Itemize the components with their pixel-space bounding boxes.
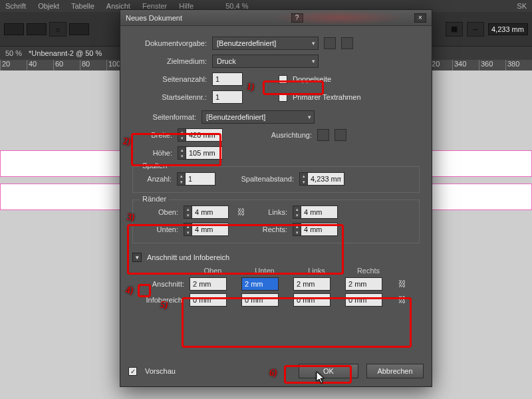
portrait-icon[interactable] xyxy=(317,129,329,141)
margin-bottom-input[interactable] xyxy=(192,223,229,236)
margin-right-spinner[interactable]: ▴▾ xyxy=(293,223,301,236)
gutter-spinner[interactable]: ▴▾ xyxy=(299,172,307,186)
margins-legend: Ränder xyxy=(140,195,169,203)
margin-right-label: Rechts: xyxy=(254,225,287,233)
cancel-button[interactable]: Abbrechen xyxy=(366,364,424,378)
new-document-dialog: Neues Dokument ? × Dokumentvorgabe: [Ben… xyxy=(120,9,432,387)
link-slug-icon[interactable]: ⛓ xyxy=(397,294,408,306)
startpage-input[interactable] xyxy=(212,90,243,104)
preview-label: Vorschau xyxy=(145,367,176,375)
column-count-label: Anzahl: xyxy=(141,175,172,183)
primary-textframe-label: Primärer Textrahmen xyxy=(293,93,361,101)
margin-bottom-label: Unten: xyxy=(141,225,178,233)
swatch[interactable] xyxy=(69,23,89,35)
margin-right-input[interactable] xyxy=(301,223,338,236)
bleed-right-input[interactable] xyxy=(345,277,382,291)
menu-item[interactable]: Tabelle xyxy=(71,2,94,10)
primary-textframe-checkbox[interactable] xyxy=(279,93,287,102)
menu-item[interactable]: Objekt xyxy=(38,2,59,10)
stroke-style-swatch[interactable] xyxy=(27,23,47,35)
link-bleed-icon[interactable]: ⛓ xyxy=(397,278,408,290)
pagesize-select[interactable]: [Benutzerdefiniert] xyxy=(201,110,315,124)
pagesize-label: Seitenformat: xyxy=(132,113,196,121)
bleed-header: Oben xyxy=(190,267,236,275)
intent-select[interactable]: Druck xyxy=(212,55,319,68)
landscape-icon[interactable] xyxy=(334,129,346,141)
link-margins-icon[interactable]: ⛓ xyxy=(234,206,249,218)
menu-item[interactable]: Schrift xyxy=(5,2,26,10)
bleed-header: Rechts xyxy=(345,267,392,275)
bleed-disclosure-icon[interactable]: ▾ xyxy=(132,253,142,262)
height-spinner[interactable]: ▴▾ xyxy=(178,146,186,160)
dialog-title: Neues Dokument xyxy=(126,14,182,22)
bleed-header: Links xyxy=(293,267,340,275)
pages-label: Seitenanzahl: xyxy=(132,75,207,83)
slug-top-input[interactable] xyxy=(190,293,227,307)
margin-left-spinner[interactable]: ▴▾ xyxy=(293,205,301,219)
margin-bottom-spinner[interactable]: ▴▾ xyxy=(184,223,192,236)
preset-select[interactable]: [Benutzerdefiniert] xyxy=(212,37,319,50)
help-icon[interactable]: ? xyxy=(291,13,303,23)
zoom-label: 50 % xyxy=(5,49,22,57)
gutter-input[interactable] xyxy=(307,172,344,186)
pages-input[interactable] xyxy=(212,72,243,86)
slug-bottom-input[interactable] xyxy=(241,293,279,307)
width-label: Breite: xyxy=(132,131,172,139)
margins-fieldset: Ränder Oben: ▴▾ ⛓ Links: ▴▾ Unten: ▴▾ Re… xyxy=(132,200,420,243)
margin-left-input[interactable] xyxy=(301,205,338,219)
bleed-row-label: Anschnitt: xyxy=(132,280,184,288)
intent-label: Zielmedium: xyxy=(132,57,207,65)
gutter-label: Spaltenabstand: xyxy=(221,175,294,183)
columns-fieldset: Spalten Anzahl: ▴▾ Spaltenabstand: ▴▾ xyxy=(132,166,420,193)
width-input[interactable] xyxy=(186,128,223,142)
bleed-section-label: Anschnitt und Infobereich xyxy=(147,253,229,261)
bleed-left-input[interactable] xyxy=(293,277,331,291)
close-icon[interactable]: × xyxy=(414,13,426,23)
preset-label: Dokumentvorgabe: xyxy=(132,39,207,47)
height-input[interactable] xyxy=(186,146,223,160)
stroke-weight-input[interactable] xyxy=(488,23,528,35)
grid-icon[interactable]: ▦ xyxy=(446,22,463,37)
column-count-spinner[interactable]: ▴▾ xyxy=(177,172,185,186)
sun-icon[interactable]: ☼ xyxy=(49,22,66,37)
slug-row-label: Infobereich: xyxy=(132,296,184,304)
margin-top-spinner[interactable]: ▴▾ xyxy=(184,205,192,219)
bleed-bottom-input[interactable] xyxy=(241,277,279,291)
margin-top-input[interactable] xyxy=(192,205,229,219)
stroke-style-swatch[interactable] xyxy=(4,23,24,35)
save-preset-icon[interactable] xyxy=(324,37,336,49)
bleed-grid: Oben Unten Links Rechts Anschnitt: ⛓ Inf… xyxy=(132,267,420,307)
bleed-header: Unten xyxy=(241,267,288,275)
columns-legend: Spalten xyxy=(140,162,170,170)
dialog-titlebar[interactable]: Neues Dokument ? × xyxy=(120,10,432,26)
height-label: Höhe: xyxy=(132,149,172,157)
facing-pages-label: Doppelseite xyxy=(293,75,331,83)
slug-right-input[interactable] xyxy=(345,293,382,307)
startpage-label: Startseitennr.: xyxy=(132,93,207,101)
workspace-label[interactable]: SK xyxy=(517,2,527,10)
preview-checkbox[interactable]: ✓ xyxy=(128,367,137,376)
orientation-label: Ausrichtung: xyxy=(228,131,312,139)
link-icon[interactable]: ↔ xyxy=(467,22,484,37)
delete-preset-icon[interactable] xyxy=(341,37,353,49)
bleed-top-input[interactable] xyxy=(190,277,227,291)
ok-button[interactable]: OK xyxy=(299,364,358,378)
slug-left-input[interactable] xyxy=(293,293,331,307)
column-count-input[interactable] xyxy=(185,172,215,186)
margin-top-label: Oben: xyxy=(141,208,178,216)
width-spinner[interactable]: ▴▾ xyxy=(178,128,186,142)
facing-pages-checkbox[interactable] xyxy=(279,75,287,84)
margin-left-label: Links: xyxy=(254,208,287,216)
document-tab[interactable]: *Unbenannt-2 @ 50 % xyxy=(29,49,102,57)
